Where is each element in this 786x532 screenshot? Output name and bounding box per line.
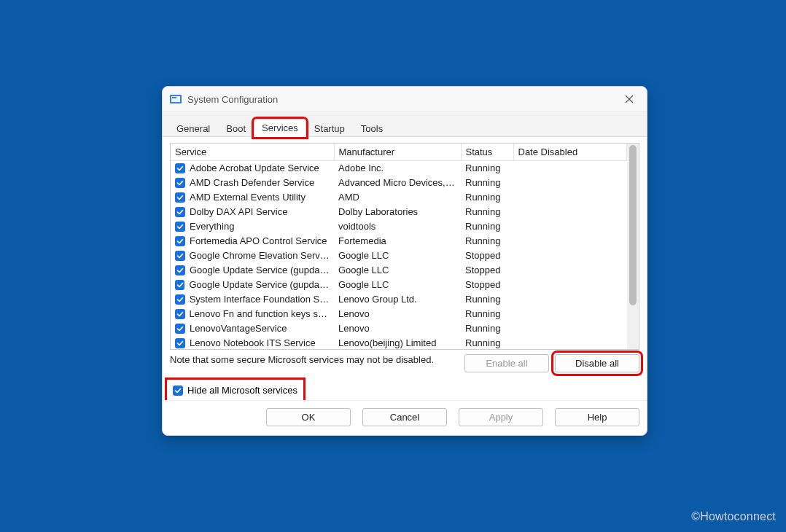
hide-microsoft-services-label: Hide all Microsoft services (187, 385, 297, 396)
service-name: Fortemedia APO Control Service (190, 235, 327, 248)
svg-rect-2 (172, 97, 176, 98)
service-checkbox[interactable] (175, 294, 185, 305)
service-checkbox[interactable] (175, 222, 185, 232)
status-cell: Stopped (461, 278, 513, 292)
service-checkbox[interactable] (175, 280, 184, 290)
checkmark-icon (176, 267, 184, 274)
checkmark-icon (176, 165, 184, 172)
titlebar: System Configuration (163, 87, 647, 112)
service-cell: Google Update Service (gupdate) (171, 263, 334, 278)
table-row[interactable]: AMD Crash Defender ServiceAdvanced Micro… (171, 176, 627, 190)
manufacturer-cell: Dolby Laboratories (334, 205, 461, 219)
service-name: Google Update Service (gupdate... (189, 278, 330, 292)
date-disabled-cell (513, 278, 627, 292)
service-checkbox[interactable] (175, 309, 185, 319)
status-cell: Running (461, 292, 513, 307)
disable-all-button[interactable]: Disable all (555, 354, 639, 372)
secure-services-note: Note that some secure Microsoft services… (170, 354, 459, 365)
status-cell: Running (461, 307, 513, 321)
col-manufacturer[interactable]: Manufacturer (334, 144, 461, 161)
checkmark-icon (174, 387, 182, 394)
checkmark-icon (176, 325, 184, 332)
date-disabled-cell (513, 336, 627, 349)
watermark: ©Howtoconnect (691, 510, 776, 523)
hide-microsoft-services-checkbox[interactable] (173, 386, 183, 396)
ok-button[interactable]: OK (266, 408, 351, 426)
hide-microsoft-services-control[interactable]: Hide all Microsoft services (170, 383, 300, 398)
table-row[interactable]: Google Update Service (gupdate)Google LL… (171, 263, 627, 278)
status-cell: Running (461, 336, 513, 349)
service-name: Lenovo Fn and function keys ser... (190, 308, 330, 321)
checkmark-icon (176, 340, 184, 347)
tabstrip: General Boot Services Startup Tools (163, 112, 647, 137)
apply-button[interactable]: Apply (459, 408, 543, 426)
manufacturer-cell: Adobe Inc. (334, 161, 461, 176)
col-date-disabled[interactable]: Date Disabled (513, 144, 627, 161)
service-cell: AMD Crash Defender Service (171, 176, 334, 190)
manufacturer-cell: Lenovo (334, 307, 461, 321)
service-name: AMD External Events Utility (190, 191, 306, 204)
checkmark-icon (176, 238, 184, 245)
service-name: System Interface Foundation Se... (190, 293, 330, 306)
scrollbar-thumb[interactable] (629, 145, 637, 305)
table-row[interactable]: EverythingvoidtoolsRunning (171, 219, 627, 234)
service-cell: AMD External Events Utility (171, 190, 334, 205)
service-checkbox[interactable] (175, 265, 185, 275)
table-row[interactable]: LenovoVantageServiceLenovoRunning (171, 321, 627, 336)
table-row[interactable]: Lenovo Fn and function keys ser...Lenovo… (171, 307, 627, 321)
service-checkbox[interactable] (175, 236, 185, 246)
tab-tools[interactable]: Tools (353, 120, 391, 137)
scrollbar[interactable] (627, 144, 639, 349)
dialog-button-row: OK Cancel Apply Help (163, 400, 647, 435)
enable-all-button[interactable]: Enable all (464, 354, 549, 372)
checkmark-icon (176, 310, 184, 318)
service-checkbox[interactable] (175, 207, 185, 217)
help-button[interactable]: Help (555, 408, 639, 426)
window-title: System Configuration (187, 94, 619, 105)
close-button[interactable] (619, 89, 639, 109)
tab-services[interactable]: Services (254, 119, 306, 137)
msconfig-icon (170, 93, 182, 105)
service-checkbox[interactable] (175, 324, 185, 334)
manufacturer-cell: Google LLC (334, 263, 461, 278)
service-name: Google Chrome Elevation Servic... (190, 249, 330, 262)
table-row[interactable]: Fortemedia APO Control ServiceFortemedia… (171, 234, 627, 249)
service-checkbox[interactable] (175, 251, 185, 261)
tab-general[interactable]: General (168, 120, 218, 137)
date-disabled-cell (513, 263, 627, 278)
service-name: LenovoVantageService (190, 322, 287, 335)
checkmark-icon (176, 296, 184, 303)
status-cell: Stopped (461, 249, 513, 263)
date-disabled-cell (513, 161, 627, 176)
service-name: Adobe Acrobat Update Service (190, 162, 319, 175)
service-checkbox[interactable] (175, 338, 185, 348)
table-row[interactable]: Lenovo Notebook ITS ServiceLenovo(beijin… (171, 336, 627, 349)
col-status[interactable]: Status (461, 144, 513, 161)
col-service[interactable]: Service (171, 144, 334, 161)
status-cell: Running (461, 234, 513, 249)
table-row[interactable]: System Interface Foundation Se...Lenovo … (171, 292, 627, 307)
status-cell: Running (461, 176, 513, 190)
manufacturer-cell: Lenovo Group Ltd. (334, 292, 461, 307)
service-checkbox[interactable] (175, 178, 185, 188)
date-disabled-cell (513, 219, 627, 234)
date-disabled-cell (513, 205, 627, 219)
service-checkbox[interactable] (175, 163, 185, 173)
table-row[interactable]: Google Chrome Elevation Servic...Google … (171, 249, 627, 263)
list-bottom-row: Note that some secure Microsoft services… (170, 350, 639, 372)
service-checkbox[interactable] (175, 192, 185, 203)
cancel-button[interactable]: Cancel (362, 408, 447, 426)
service-cell: Google Update Service (gupdate... (171, 278, 334, 292)
table-row[interactable]: Adobe Acrobat Update ServiceAdobe Inc.Ru… (171, 161, 627, 176)
services-table: Service Manufacturer Status Date Disable… (171, 144, 627, 349)
tab-startup[interactable]: Startup (306, 120, 353, 137)
checkmark-icon (176, 252, 184, 259)
tab-boot[interactable]: Boot (218, 120, 254, 137)
table-row[interactable]: AMD External Events UtilityAMDRunning (171, 190, 627, 205)
table-row[interactable]: Dolby DAX API ServiceDolby LaboratoriesR… (171, 205, 627, 219)
service-name: Everything (190, 220, 234, 233)
status-cell: Running (461, 219, 513, 234)
table-row[interactable]: Google Update Service (gupdate...Google … (171, 278, 627, 292)
date-disabled-cell (513, 190, 627, 205)
manufacturer-cell: Advanced Micro Devices, I... (334, 176, 461, 190)
